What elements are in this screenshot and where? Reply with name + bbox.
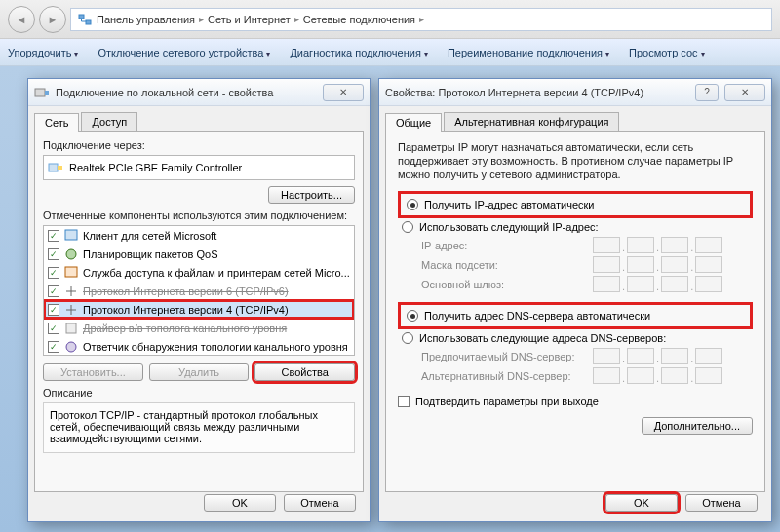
toolbar-diagnose[interactable]: Диагностика подключения [290, 47, 427, 58]
checkbox-icon[interactable]: ✓ [48, 323, 59, 334]
breadcrumb[interactable]: Сетевые подключения [303, 14, 415, 25]
cancel-button[interactable]: Отмена [685, 494, 758, 512]
checkbox-icon[interactable]: ✓ [48, 341, 59, 353]
toolbar-organize[interactable]: Упорядочить [8, 47, 78, 58]
tab-body: Подключение через: Realtek PCIe GBE Fami… [34, 132, 364, 492]
toolbar-view[interactable]: Просмотр сос [629, 47, 705, 58]
list-item[interactable]: ✓ Драйвер в/в тополога канального уровня [44, 319, 354, 337]
ip-input: ... [593, 237, 722, 253]
properties-button[interactable]: Свойства [254, 363, 355, 381]
list-item-label: Протокол Интернета версии 6 (TCP/IPv6) [83, 285, 289, 297]
description-text: Протокол TCP/IP - стандартный протокол г… [43, 402, 355, 453]
radio-label: Использовать следующие адреса DNS-сервер… [419, 332, 666, 344]
list-item[interactable]: ✓ Планировщик пакетов QoS [44, 245, 354, 263]
tab-strip: Сеть Доступ [34, 112, 364, 132]
share-icon [63, 265, 79, 281]
address-bar[interactable]: Панель управления ▸ Сеть и Интернет ▸ Се… [70, 8, 772, 31]
network-icon [77, 12, 93, 27]
qos-icon [63, 247, 79, 262]
tab-alternate[interactable]: Альтернативная конфигурация [444, 112, 619, 131]
ipv4-properties-dialog: Свойства: Протокол Интернета версии 4 (T… [378, 78, 772, 522]
configure-button[interactable]: Настроить... [268, 186, 355, 204]
checkbox-icon[interactable] [398, 396, 410, 407]
radio-icon[interactable] [402, 332, 413, 344]
tab-access[interactable]: Доступ [81, 112, 137, 131]
titlebar[interactable]: Подключение по локальной сети - свойства… [28, 79, 370, 106]
list-item[interactable]: ✓ Служба доступа к файлам и принтерам се… [44, 263, 354, 282]
forward-button[interactable]: ► [39, 6, 66, 33]
svg-rect-3 [45, 91, 49, 95]
checkbox-icon[interactable]: ✓ [48, 267, 59, 279]
svg-rect-5 [58, 166, 62, 170]
ok-button[interactable]: OK [204, 494, 276, 512]
checkbox-label: Подтвердить параметры при выходе [415, 396, 599, 407]
checkbox-icon[interactable]: ✓ [48, 304, 59, 316]
instructions-text: Параметры IP могут назначаться автоматич… [398, 141, 753, 181]
breadcrumb[interactable]: Сеть и Интернет [208, 14, 291, 25]
ok-button[interactable]: OK [605, 494, 678, 512]
dns2-label: Альтернативный DNS-сервер: [421, 370, 585, 382]
titlebar[interactable]: Свойства: Протокол Интернета версии 4 (T… [379, 79, 771, 106]
chevron-right-icon: ▸ [419, 14, 424, 24]
adapter-name: Realtek PCIe GBE Family Controller [69, 162, 242, 173]
breadcrumb[interactable]: Панель управления [97, 14, 195, 25]
toolbar: Упорядочить Отключение сетевого устройст… [0, 39, 780, 66]
uninstall-button[interactable]: Удалить [149, 363, 250, 381]
connect-via-label: Подключение через: [43, 139, 355, 151]
adapter-icon [48, 160, 63, 175]
list-item-label: Ответчик обнаружения топологии канальног… [83, 341, 348, 353]
close-button[interactable]: ✕ [323, 84, 364, 101]
list-item-label: Планировщик пакетов QoS [83, 248, 218, 260]
radio-dns-manual[interactable]: Использовать следующие адреса DNS-сервер… [402, 332, 753, 344]
list-item-ipv4[interactable]: ✓ Протокол Интернета версии 4 (TCP/IPv4) [44, 300, 354, 319]
gateway-input: ... [593, 276, 722, 292]
radio-dns-auto[interactable]: Получить адрес DNS-сервера автоматически [407, 310, 748, 322]
close-button[interactable]: ✕ [724, 84, 765, 101]
tab-network[interactable]: Сеть [34, 113, 79, 132]
list-item[interactable]: ✓ Клиент для сетей Microsoft [44, 226, 354, 245]
checkbox-icon[interactable]: ✓ [48, 230, 59, 242]
svg-rect-0 [79, 15, 84, 19]
cancel-button[interactable]: Отмена [284, 494, 356, 512]
radio-ip-auto[interactable]: Получить IP-адрес автоматически [407, 199, 748, 210]
dialog-title: Свойства: Протокол Интернета версии 4 (T… [385, 87, 644, 98]
radio-ip-manual[interactable]: Использовать следующий IP-адрес: [402, 221, 753, 233]
checkbox-icon[interactable]: ✓ [48, 248, 59, 260]
description-label: Описание [43, 387, 355, 399]
tab-strip: Общие Альтернативная конфигурация [385, 112, 765, 132]
toolbar-rename[interactable]: Переименование подключения [448, 47, 609, 58]
svg-rect-9 [66, 323, 76, 333]
protocol-icon [63, 284, 79, 299]
install-button[interactable]: Установить... [43, 363, 143, 381]
help-button[interactable]: ? [695, 84, 719, 101]
radio-icon[interactable] [407, 310, 418, 322]
svg-rect-2 [35, 89, 45, 96]
svg-rect-6 [65, 230, 77, 240]
components-label: Отмеченные компоненты используются этим … [43, 209, 355, 221]
component-list[interactable]: ✓ Клиент для сетей Microsoft ✓ Планировщ… [43, 225, 355, 356]
svg-point-10 [66, 342, 76, 352]
list-item[interactable]: ✓ Ответчик обнаружения топологии канальн… [44, 337, 354, 356]
radio-icon[interactable] [407, 199, 418, 210]
mask-input: ... [593, 256, 722, 273]
tab-general[interactable]: Общие [385, 113, 442, 132]
explorer-nav: ◄ ► Панель управления ▸ Сеть и Интернет … [0, 0, 780, 39]
confirm-on-exit[interactable]: Подтвердить параметры при выходе [398, 396, 753, 407]
toolbar-disable[interactable]: Отключение сетевого устройства [98, 47, 270, 58]
advanced-button[interactable]: Дополнительно... [642, 417, 753, 435]
nic-icon [34, 85, 50, 100]
radio-icon[interactable] [402, 221, 413, 233]
client-icon [63, 228, 79, 244]
responder-icon [63, 339, 79, 355]
list-item-label: Драйвер в/в тополога канального уровня [83, 323, 287, 334]
list-item-label: Протокол Интернета версии 4 (TCP/IPv4) [83, 304, 289, 316]
dns2-input: ... [593, 367, 722, 384]
radio-label: Получить IP-адрес автоматически [424, 199, 594, 210]
highlight-dns-auto: Получить адрес DNS-сервера автоматически [398, 302, 753, 329]
list-item[interactable]: ✓ Протокол Интернета версии 6 (TCP/IPv6) [44, 282, 354, 300]
svg-point-7 [66, 249, 76, 259]
connection-properties-dialog: Подключение по локальной сети - свойства… [27, 78, 370, 522]
back-button[interactable]: ◄ [8, 6, 35, 33]
checkbox-icon[interactable]: ✓ [48, 285, 59, 297]
gateway-label: Основной шлюз: [421, 279, 585, 290]
